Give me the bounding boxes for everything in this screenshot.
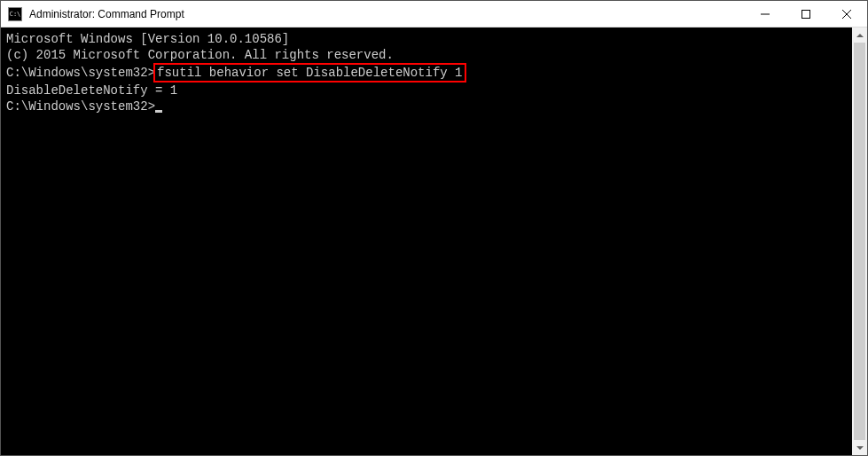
window-controls	[745, 1, 867, 27]
terminal-area: Microsoft Windows [Version 10.0.10586](c…	[1, 28, 867, 455]
cursor	[155, 110, 162, 113]
copyright-line: (c) 2015 Microsoft Corporation. All righ…	[6, 47, 847, 63]
command-line-2: C:\Windows\system32>	[6, 98, 847, 114]
scroll-up-button[interactable]	[852, 28, 867, 43]
chevron-up-icon	[856, 34, 864, 37]
close-icon	[842, 10, 851, 19]
maximize-button[interactable]	[786, 1, 826, 27]
scroll-track[interactable]	[852, 43, 867, 440]
scroll-thumb[interactable]	[854, 43, 865, 440]
svg-rect-1	[802, 10, 810, 18]
prompt-path: C:\Windows\system32>	[6, 66, 155, 80]
chevron-down-icon	[856, 446, 864, 450]
terminal-output[interactable]: Microsoft Windows [Version 10.0.10586](c…	[1, 28, 852, 455]
version-line: Microsoft Windows [Version 10.0.10586]	[6, 31, 847, 47]
output-line: DisableDeleteNotify = 1	[6, 83, 847, 98]
highlighted-command: fsutil behavior set DisableDeleteNotify …	[153, 63, 465, 83]
titlebar[interactable]: C:\ Administrator: Command Prompt	[1, 1, 867, 28]
vertical-scrollbar[interactable]	[852, 28, 867, 455]
svg-marker-4	[856, 34, 864, 37]
svg-marker-5	[856, 446, 864, 450]
window-title: Administrator: Command Prompt	[27, 8, 745, 20]
command-line-1: C:\Windows\system32>fsutil behavior set …	[6, 63, 847, 83]
minimize-icon	[761, 10, 770, 19]
prompt-path: C:\Windows\system32>	[6, 99, 155, 114]
scroll-down-button[interactable]	[852, 440, 867, 455]
close-button[interactable]	[826, 1, 867, 27]
minimize-button[interactable]	[745, 1, 786, 27]
maximize-icon	[802, 10, 810, 19]
cmd-icon: C:\	[8, 7, 22, 21]
command-prompt-window: C:\ Administrator: Command Prompt Micros…	[0, 0, 868, 456]
